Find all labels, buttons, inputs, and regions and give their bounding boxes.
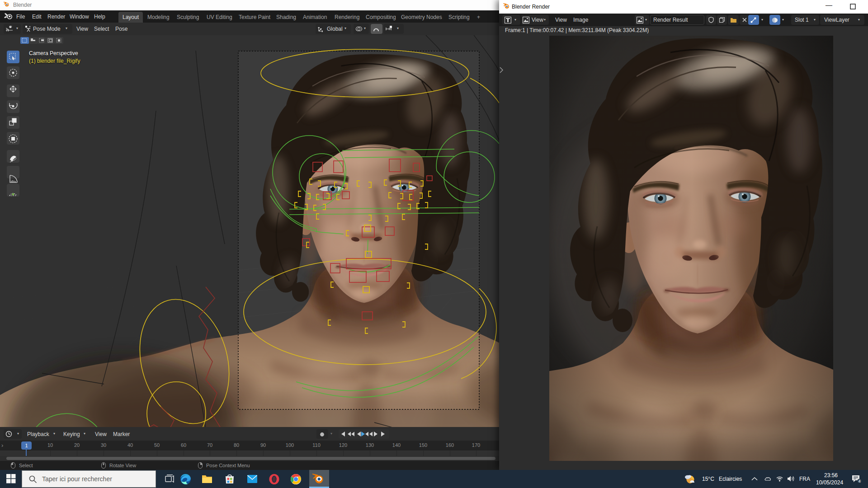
svg-text:4: 4 (859, 479, 861, 483)
